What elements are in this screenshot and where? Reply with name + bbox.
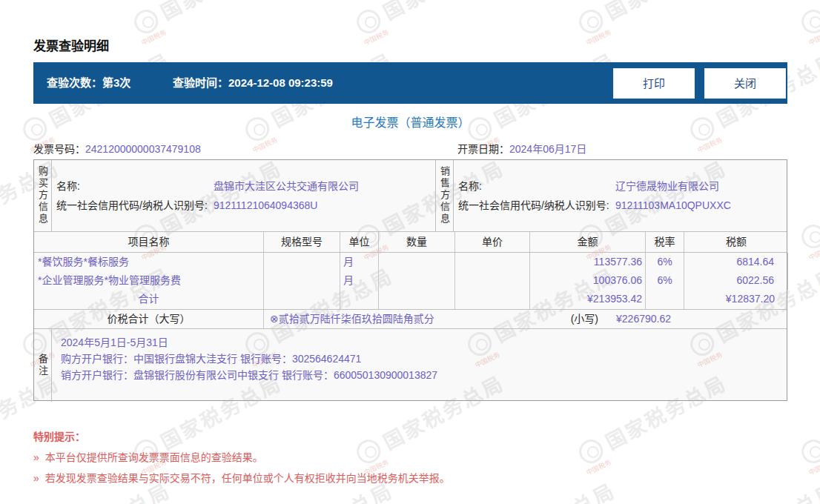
- remark-line: 销方开户银行：盘锦银行股份有限公司中银支行 银行账号：6600501309000…: [61, 367, 787, 383]
- buyer-side-label: 购买方信息: [36, 166, 50, 225]
- col-header-qty: 数量: [379, 232, 455, 252]
- check-count-value: 第3次: [102, 76, 130, 89]
- seller-name-row: 名称: 辽宁德晟物业有限公司: [458, 176, 787, 196]
- grand-total-small: (小写) ¥226790.62: [571, 310, 671, 328]
- item-row-qty: [379, 271, 455, 290]
- col-header-unit: 单位: [340, 232, 379, 252]
- seller-name-value: 辽宁德晟物业有限公司: [615, 176, 719, 196]
- col-header-spec: 规格型号: [264, 232, 340, 252]
- seller-side-label: 销售方信息: [437, 166, 452, 225]
- check-time-value: 2024-12-08 09:23:59: [228, 76, 333, 89]
- item-row-tax: 6814.64: [684, 253, 788, 271]
- item-row-unit: 月: [340, 271, 379, 290]
- invoice-date: 开票日期：2024年06月17日: [457, 141, 586, 156]
- print-button[interactable]: 打印: [613, 68, 695, 99]
- invoice-number-label: 发票号码：: [33, 143, 85, 155]
- item-row-taxrate: 6%: [646, 271, 684, 290]
- col-header-taxrate: 税率: [646, 232, 684, 252]
- buyer-name-row: 名称: 盘锦市大洼区公共交通有限公司: [56, 176, 435, 196]
- party-info-section: 购买方信息 名称: 盘锦市大洼区公共交通有限公司 统一社会信用代码/纳税人识别号…: [34, 160, 787, 232]
- invoice-date-label: 开票日期：: [457, 143, 509, 155]
- notice-item-text: 若发现发票查验结果与实际交易不符，任何单位或个人有权拒收并向当地税务机关举报。: [45, 472, 450, 484]
- item-row-amount: 113577.36: [530, 253, 646, 271]
- seller-taxid-row: 统一社会信用代码/纳税人识别号: 91211103MA10QPUXXC: [458, 196, 787, 215]
- grand-total-small-label: (小写): [571, 310, 598, 328]
- item-row-price: [455, 253, 530, 271]
- grand-total-small-value: ¥226790.62: [616, 310, 671, 328]
- buyer-name-label: 名称:: [56, 176, 214, 196]
- page-title: 发票查验明细: [33, 36, 109, 54]
- remarks-section: 备注 2024年5月1日-5月31日 购方开户银行：中国银行盘锦大洼支行 银行账…: [34, 328, 787, 402]
- seller-name-label: 名称:: [458, 176, 615, 196]
- seller-taxid-value: 91211103MA10QPUXXC: [615, 196, 731, 215]
- grand-total-words: ⊗贰拾贰万陆仟柒佰玖拾圆陆角贰分: [264, 310, 434, 328]
- items-total-label: 合计: [34, 290, 264, 309]
- col-header-name: 项目名称: [34, 232, 264, 252]
- check-count: 查验次数：第3次: [47, 62, 130, 104]
- items-total-tax: ¥12837.20: [684, 290, 788, 309]
- notice-item: »若发现发票查验结果与实际交易不符，任何单位或个人有权拒收并向当地税务机关举报。: [33, 470, 450, 485]
- items-table-header: 项目名称 规格型号 单位 数量 单价 金额 税率 税额: [34, 232, 787, 253]
- item-row-spec: [264, 253, 340, 271]
- invoice-number-value: 24212000000037479108: [85, 143, 201, 155]
- items-table-body: *餐饮服务*餐标服务 月 113577.36 6% 6814.64 *企业管理服…: [34, 253, 787, 309]
- check-time-label: 查验时间：: [173, 76, 228, 89]
- item-row-amount: 100376.06: [530, 271, 646, 290]
- check-time: 查验时间：2024-12-08 09:23:59: [173, 62, 333, 104]
- buyer-taxid-value: 91211121064094368U: [214, 196, 317, 215]
- remark-line: 2024年5月1日-5月31日: [61, 334, 787, 351]
- buyer-taxid-row: 统一社会信用代码/纳税人识别号: 91211121064094368U: [56, 196, 435, 215]
- close-button[interactable]: 关闭: [704, 68, 786, 99]
- notice-item-text: 本平台仅提供所查询发票票面信息的查验结果。: [45, 451, 263, 463]
- check-count-label: 查验次数：: [47, 76, 102, 89]
- invoice-number: 发票号码：24212000000037479108: [33, 141, 201, 156]
- buyer-info: 购买方信息 名称: 盘锦市大洼区公共交通有限公司 统一社会信用代码/纳税人识别号…: [34, 160, 436, 231]
- seller-info: 销售方信息 名称: 辽宁德晟物业有限公司 统一社会信用代码/纳税人识别号: 91…: [436, 160, 787, 231]
- item-row-name: *企业管理服务*物业管理服务费: [34, 271, 264, 290]
- notice-bullet: »: [33, 472, 39, 484]
- items-total-amount: ¥213953.42: [530, 290, 646, 309]
- item-row-tax: 6022.56: [684, 271, 788, 290]
- col-header-amount: 金额: [530, 232, 646, 252]
- col-header-tax: 税额: [684, 232, 788, 252]
- seller-taxid-label: 统一社会信用代码/纳税人识别号:: [458, 196, 615, 215]
- invoice-doc-title: 电子发票（普通发票）: [33, 113, 787, 130]
- notice-bullet: »: [33, 451, 39, 463]
- item-row-name: *餐饮服务*餐标服务: [34, 253, 264, 271]
- invoice-date-value: 2024年06月17日: [509, 143, 586, 155]
- item-row-price: [455, 271, 530, 290]
- col-header-price: 单价: [455, 232, 530, 252]
- grand-total-row: 价税合计（大写） ⊗贰拾贰万陆仟柒佰玖拾圆陆角贰分 (小写) ¥226790.6…: [34, 309, 787, 328]
- verification-toolbar: 查验次数：第3次 查验时间：2024-12-08 09:23:59 打印 关闭: [33, 62, 787, 104]
- buyer-name-value: 盘锦市大洼区公共交通有限公司: [214, 176, 359, 196]
- remark-line: 购方开户银行：中国银行盘锦大洼支行 银行账号：302564624471: [61, 351, 787, 367]
- special-notice: 特别提示： »本平台仅提供所查询发票票面信息的查验结果。 »若发现发票查验结果与…: [33, 428, 85, 443]
- buyer-taxid-label: 统一社会信用代码/纳税人识别号:: [56, 196, 214, 215]
- item-row-unit: 月: [340, 253, 379, 271]
- item-row-taxrate: 6%: [646, 253, 684, 271]
- item-row-qty: [379, 253, 455, 271]
- invoice-body: 购买方信息 名称: 盘锦市大洼区公共交通有限公司 统一社会信用代码/纳税人识别号…: [33, 159, 787, 401]
- grand-total-label: 价税合计（大写）: [34, 310, 264, 328]
- notice-title: 特别提示：: [33, 428, 85, 443]
- remarks-side-label: 备注: [36, 354, 50, 377]
- notice-item: »本平台仅提供所查询发票票面信息的查验结果。: [33, 449, 263, 464]
- invoice-verification-page: 中国税务国家税务总局中国税务国家税务总局中国税务国家税务总局中国税务国家税务总局…: [0, 0, 820, 504]
- item-row-spec: [264, 271, 340, 290]
